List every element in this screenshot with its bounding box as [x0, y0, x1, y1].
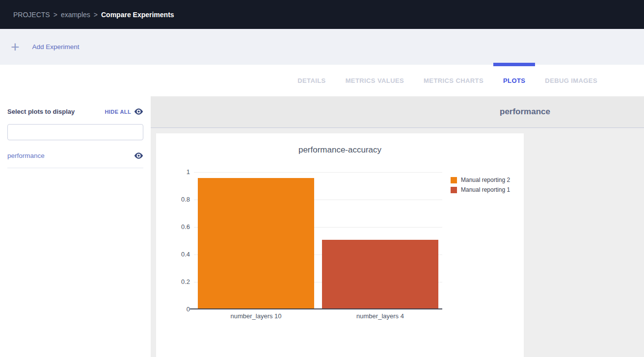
- breadcrumb-current-page: Compare Experiments: [101, 11, 174, 19]
- y-axis-tick-label: 0.4: [168, 251, 190, 258]
- eye-icon[interactable]: [134, 153, 143, 159]
- y-axis-tick-label: 1: [168, 168, 190, 176]
- legend-swatch: [451, 177, 457, 183]
- content-area: Select plots to display HIDE ALL perform…: [0, 96, 644, 357]
- x-axis-category-label: number_layers 10: [194, 312, 318, 320]
- breadcrumb-project[interactable]: examples: [61, 11, 90, 19]
- zero-tick: [190, 308, 194, 309]
- breadcrumb: PROJECTS > examples > Compare Experiment…: [13, 11, 174, 19]
- sidebar-title: Select plots to display: [7, 108, 75, 115]
- y-axis-tick-label: 0: [168, 306, 190, 313]
- bar-chart-plot-area: 00.20.40.60.81number_layers 10number_lay…: [194, 172, 442, 309]
- breadcrumb-separator: >: [54, 11, 57, 19]
- plot-item-label: performance: [7, 152, 45, 159]
- y-axis-tick-label: 0.2: [168, 278, 190, 285]
- tab-details[interactable]: DETAILS: [288, 65, 335, 96]
- plot-group-header: performance: [151, 97, 644, 128]
- tab-metrics-values[interactable]: METRICS VALUES: [336, 65, 414, 96]
- y-axis-tick-label: 0.8: [168, 196, 190, 203]
- eye-icon: [134, 108, 143, 115]
- y-axis-tick-label: 0.6: [168, 223, 190, 230]
- chart-legend: Manual reporting 2Manual reporting 1: [451, 177, 510, 193]
- legend-label: Manual reporting 2: [461, 177, 510, 183]
- breadcrumb-projects[interactable]: PROJECTS: [13, 11, 50, 19]
- top-navbar: PROJECTS > examples > Compare Experiment…: [0, 0, 644, 29]
- x-axis-category-label: number_layers 4: [318, 312, 442, 320]
- tab-debug-images[interactable]: DEBUG IMAGES: [535, 65, 607, 96]
- plots-sidebar: Select plots to display HIDE ALL perform…: [0, 96, 151, 357]
- bar-number_layers-10: [198, 178, 314, 308]
- tabs-bar: DETAILS METRICS VALUES METRICS CHARTS PL…: [0, 65, 644, 96]
- sidebar-item-performance[interactable]: performance: [7, 152, 143, 168]
- plot-card: performance-accuracy 00.20.40.60.81numbe…: [156, 133, 524, 357]
- breadcrumb-separator: >: [94, 11, 98, 19]
- chart-title: performance-accuracy: [156, 145, 524, 155]
- legend-item[interactable]: Manual reporting 2: [451, 177, 510, 183]
- legend-label: Manual reporting 1: [461, 186, 510, 193]
- legend-item[interactable]: Manual reporting 1: [451, 186, 510, 193]
- plots-panel: performance performance-accuracy 00.20.4…: [151, 96, 644, 357]
- bar-number_layers-4: [322, 240, 438, 308]
- add-experiment-button[interactable]: + Add Experiment: [11, 41, 80, 53]
- hide-all-label: HIDE ALL: [105, 109, 131, 115]
- plus-icon: +: [11, 41, 20, 53]
- add-experiment-label: Add Experiment: [32, 43, 80, 51]
- hide-all-button[interactable]: HIDE ALL: [105, 108, 143, 115]
- legend-swatch: [451, 187, 457, 193]
- plot-filter-input[interactable]: [7, 124, 143, 140]
- gridline: [194, 172, 442, 173]
- tab-metrics-charts[interactable]: METRICS CHARTS: [414, 65, 493, 96]
- plot-group-title: performance: [500, 107, 550, 117]
- tab-plots[interactable]: PLOTS: [493, 65, 535, 96]
- add-experiment-bar: + Add Experiment: [0, 29, 644, 65]
